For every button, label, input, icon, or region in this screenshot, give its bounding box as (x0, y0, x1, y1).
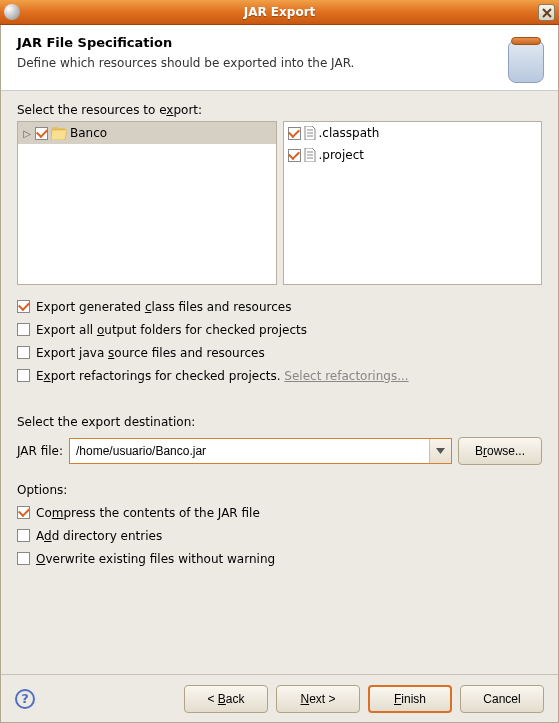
app-icon (4, 4, 20, 20)
window-title: JAR Export (244, 5, 316, 19)
next-button[interactable]: Next > (276, 685, 360, 713)
tree-item-classpath[interactable]: .classpath (284, 122, 542, 144)
help-icon[interactable]: ? (15, 689, 35, 709)
file-icon (304, 148, 316, 162)
checkbox-banco[interactable] (35, 127, 48, 140)
checkbox[interactable] (17, 346, 30, 359)
checkbox[interactable] (17, 300, 30, 313)
files-tree[interactable]: .classpath .project (283, 121, 543, 285)
finish-button[interactable]: Finish (368, 685, 452, 713)
opt-overwrite[interactable]: Overwrite existing files without warning (17, 547, 542, 570)
tree-item-banco[interactable]: ▷ Banco (18, 122, 276, 144)
option-label: Compress the contents of the JAR file (36, 506, 260, 520)
option-label: Export refactorings for checked projects… (36, 369, 409, 383)
option-label: Export java source files and resources (36, 346, 265, 360)
tree-item-label: .classpath (319, 126, 380, 140)
page-subtitle: Define which resources should be exporte… (17, 56, 542, 70)
option-label: Add directory entries (36, 529, 162, 543)
resources-label: Select the resources to export: (17, 103, 542, 117)
dropdown-button[interactable] (429, 439, 451, 463)
jar-file-combo[interactable] (69, 438, 452, 464)
checkbox[interactable] (17, 552, 30, 565)
cancel-button[interactable]: Cancel (460, 685, 544, 713)
destination-label: Select the export destination: (17, 415, 542, 429)
option-label: Export all output folders for checked pr… (36, 323, 307, 337)
checkbox[interactable] (17, 323, 30, 336)
select-refactorings-link: Select refactorings... (284, 369, 408, 383)
tree-item-label: Banco (70, 126, 107, 140)
options-label: Options: (17, 483, 542, 497)
opt-add-dirs[interactable]: Add directory entries (17, 524, 542, 547)
checkbox[interactable] (17, 506, 30, 519)
opt-export-refactorings[interactable]: Export refactorings for checked projects… (17, 364, 542, 387)
file-icon (304, 126, 316, 140)
expand-icon[interactable]: ▷ (22, 128, 32, 139)
back-button[interactable]: < Back (184, 685, 268, 713)
option-label: Overwrite existing files without warning (36, 552, 275, 566)
opt-export-generated[interactable]: Export generated class files and resourc… (17, 295, 542, 318)
tree-item-label: .project (319, 148, 364, 162)
checkbox-project[interactable] (288, 149, 301, 162)
folder-open-icon (51, 127, 67, 140)
tree-item-project[interactable]: .project (284, 144, 542, 166)
checkbox-classpath[interactable] (288, 127, 301, 140)
chevron-down-icon (436, 448, 445, 454)
checkbox[interactable] (17, 369, 30, 382)
opt-compress[interactable]: Compress the contents of the JAR file (17, 501, 542, 524)
browse-button[interactable]: Browse... (458, 437, 542, 465)
opt-export-output[interactable]: Export all output folders for checked pr… (17, 318, 542, 341)
titlebar: JAR Export (0, 0, 559, 25)
jar-icon (494, 33, 548, 85)
option-label: Export generated class files and resourc… (36, 300, 291, 314)
checkbox[interactable] (17, 529, 30, 542)
wizard-header: JAR File Specification Define which reso… (1, 25, 558, 91)
wizard-footer: ? < Back Next > Finish Cancel (1, 674, 558, 722)
page-title: JAR File Specification (17, 35, 542, 50)
jar-file-input[interactable] (70, 439, 429, 463)
close-button[interactable] (538, 4, 555, 21)
jar-file-label: JAR file: (17, 444, 63, 458)
projects-tree[interactable]: ▷ Banco (17, 121, 277, 285)
opt-export-source[interactable]: Export java source files and resources (17, 341, 542, 364)
